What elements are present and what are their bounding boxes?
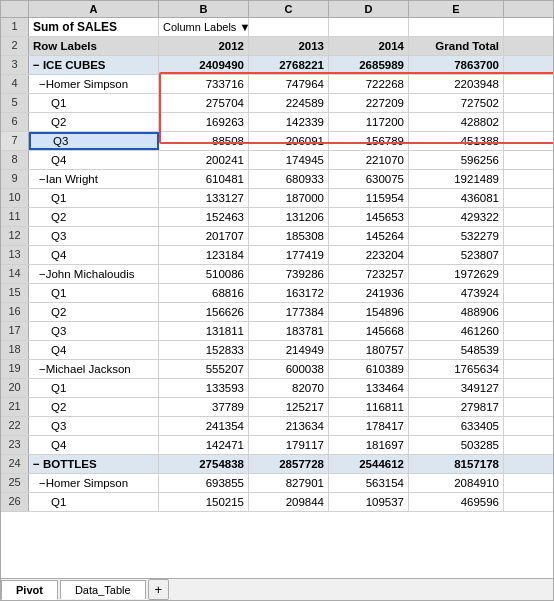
col-header-e[interactable]: E bbox=[409, 1, 504, 17]
cell-22a[interactable]: Q3 bbox=[29, 417, 159, 435]
cell-19c[interactable]: 600038 bbox=[249, 360, 329, 378]
cell-26b[interactable]: 150215 bbox=[159, 493, 249, 511]
cell-16c[interactable]: 177384 bbox=[249, 303, 329, 321]
row-ian-wright[interactable]: 9 −Ian Wright 610481 680933 630075 19214… bbox=[1, 170, 553, 189]
cell-17c[interactable]: 183781 bbox=[249, 322, 329, 340]
cell-15d[interactable]: 241936 bbox=[329, 284, 409, 302]
cell-10d[interactable]: 115954 bbox=[329, 189, 409, 207]
cell-4a[interactable]: −Homer Simpson bbox=[29, 75, 159, 93]
row-q2-1[interactable]: 6 Q2 169263 142339 117200 428802 bbox=[1, 113, 553, 132]
cell-3e[interactable]: 7863700 bbox=[409, 56, 504, 74]
cell-21e[interactable]: 279817 bbox=[409, 398, 504, 416]
cell-14e[interactable]: 1972629 bbox=[409, 265, 504, 283]
cell-26e[interactable]: 469596 bbox=[409, 493, 504, 511]
col-header-c[interactable]: C bbox=[249, 1, 329, 17]
cell-13e[interactable]: 523807 bbox=[409, 246, 504, 264]
cell-11c[interactable]: 131206 bbox=[249, 208, 329, 226]
cell-23a[interactable]: Q4 bbox=[29, 436, 159, 454]
cell-6a[interactable]: Q2 bbox=[29, 113, 159, 131]
cell-15b[interactable]: 68816 bbox=[159, 284, 249, 302]
cell-2d[interactable]: 2014 bbox=[329, 37, 409, 55]
cell-22c[interactable]: 213634 bbox=[249, 417, 329, 435]
cell-25e[interactable]: 2084910 bbox=[409, 474, 504, 492]
cell-23c[interactable]: 179117 bbox=[249, 436, 329, 454]
cell-5c[interactable]: 224589 bbox=[249, 94, 329, 112]
cell-18c[interactable]: 214949 bbox=[249, 341, 329, 359]
cell-22d[interactable]: 178417 bbox=[329, 417, 409, 435]
cell-19d[interactable]: 610389 bbox=[329, 360, 409, 378]
cell-8a[interactable]: Q4 bbox=[29, 151, 159, 169]
cell-26c[interactable]: 209844 bbox=[249, 493, 329, 511]
cell-13b[interactable]: 123184 bbox=[159, 246, 249, 264]
cell-1b[interactable]: Column Labels ▼ bbox=[159, 18, 249, 36]
cell-22b[interactable]: 241354 bbox=[159, 417, 249, 435]
tab-data-table[interactable]: Data_Table bbox=[60, 580, 146, 599]
cell-3a[interactable]: − ICE CUBES bbox=[29, 56, 159, 74]
cell-4b[interactable]: 733716 bbox=[159, 75, 249, 93]
cell-4d[interactable]: 722268 bbox=[329, 75, 409, 93]
cell-12d[interactable]: 145264 bbox=[329, 227, 409, 245]
row-q1-1[interactable]: 5 Q1 275704 224589 227209 727502 bbox=[1, 94, 553, 113]
row-q2-2[interactable]: 11 Q2 152463 131206 145653 429322 bbox=[1, 208, 553, 227]
cell-14b[interactable]: 510086 bbox=[159, 265, 249, 283]
cell-12b[interactable]: 201707 bbox=[159, 227, 249, 245]
row-q1-5[interactable]: 26 Q1 150215 209844 109537 469596 bbox=[1, 493, 553, 512]
cell-8e[interactable]: 596256 bbox=[409, 151, 504, 169]
cell-8c[interactable]: 174945 bbox=[249, 151, 329, 169]
cell-10a[interactable]: Q1 bbox=[29, 189, 159, 207]
col-header-a[interactable]: A bbox=[29, 1, 159, 17]
cell-11b[interactable]: 152463 bbox=[159, 208, 249, 226]
cell-5e[interactable]: 727502 bbox=[409, 94, 504, 112]
cell-25d[interactable]: 563154 bbox=[329, 474, 409, 492]
cell-12c[interactable]: 185308 bbox=[249, 227, 329, 245]
cell-7c[interactable]: 206091 bbox=[249, 132, 329, 150]
cell-21a[interactable]: Q2 bbox=[29, 398, 159, 416]
cell-14c[interactable]: 739286 bbox=[249, 265, 329, 283]
row-homer-simpson-2[interactable]: 25 −Homer Simpson 693855 827901 563154 2… bbox=[1, 474, 553, 493]
cell-16a[interactable]: Q2 bbox=[29, 303, 159, 321]
cell-21c[interactable]: 125217 bbox=[249, 398, 329, 416]
col-header-b[interactable]: B bbox=[159, 1, 249, 17]
cell-10c[interactable]: 187000 bbox=[249, 189, 329, 207]
row-q2-3[interactable]: 16 Q2 156626 177384 154896 488906 bbox=[1, 303, 553, 322]
cell-2e[interactable]: Grand Total bbox=[409, 37, 504, 55]
cell-15a[interactable]: Q1 bbox=[29, 284, 159, 302]
col-header-d[interactable]: D bbox=[329, 1, 409, 17]
cell-6e[interactable]: 428802 bbox=[409, 113, 504, 131]
cell-6d[interactable]: 117200 bbox=[329, 113, 409, 131]
cell-18e[interactable]: 548539 bbox=[409, 341, 504, 359]
row-q3-3[interactable]: 17 Q3 131811 183781 145668 461260 bbox=[1, 322, 553, 341]
cell-2b[interactable]: 2012 bbox=[159, 37, 249, 55]
row-q4-4[interactable]: 23 Q4 142471 179117 181697 503285 bbox=[1, 436, 553, 455]
row-bottles[interactable]: 24 − BOTTLES 2754838 2857728 2544612 815… bbox=[1, 455, 553, 474]
cell-25b[interactable]: 693855 bbox=[159, 474, 249, 492]
cell-20a[interactable]: Q1 bbox=[29, 379, 159, 397]
cell-11e[interactable]: 429322 bbox=[409, 208, 504, 226]
row-1[interactable]: 1 Sum of SALES Column Labels ▼ bbox=[1, 18, 553, 37]
cell-13a[interactable]: Q4 bbox=[29, 246, 159, 264]
cell-18d[interactable]: 180757 bbox=[329, 341, 409, 359]
row-q3-1[interactable]: 7 Q3 88508 206091 156789 451388 bbox=[1, 132, 553, 151]
cell-23d[interactable]: 181697 bbox=[329, 436, 409, 454]
cell-3b[interactable]: 2409490 bbox=[159, 56, 249, 74]
cell-13c[interactable]: 177419 bbox=[249, 246, 329, 264]
cell-17d[interactable]: 145668 bbox=[329, 322, 409, 340]
row-q3-2[interactable]: 12 Q3 201707 185308 145264 532279 bbox=[1, 227, 553, 246]
cell-24a[interactable]: − BOTTLES bbox=[29, 455, 159, 473]
cell-22e[interactable]: 633405 bbox=[409, 417, 504, 435]
cell-5a[interactable]: Q1 bbox=[29, 94, 159, 112]
cell-8d[interactable]: 221070 bbox=[329, 151, 409, 169]
cell-21d[interactable]: 116811 bbox=[329, 398, 409, 416]
cell-18b[interactable]: 152833 bbox=[159, 341, 249, 359]
tab-add-button[interactable]: + bbox=[148, 579, 170, 600]
cell-24b[interactable]: 2754838 bbox=[159, 455, 249, 473]
cell-17a[interactable]: Q3 bbox=[29, 322, 159, 340]
cell-13d[interactable]: 223204 bbox=[329, 246, 409, 264]
row-q3-4[interactable]: 22 Q3 241354 213634 178417 633405 bbox=[1, 417, 553, 436]
cell-9b[interactable]: 610481 bbox=[159, 170, 249, 188]
cell-10e[interactable]: 436081 bbox=[409, 189, 504, 207]
cell-9c[interactable]: 680933 bbox=[249, 170, 329, 188]
cell-3c[interactable]: 2768221 bbox=[249, 56, 329, 74]
cell-20c[interactable]: 82070 bbox=[249, 379, 329, 397]
cell-6c[interactable]: 142339 bbox=[249, 113, 329, 131]
